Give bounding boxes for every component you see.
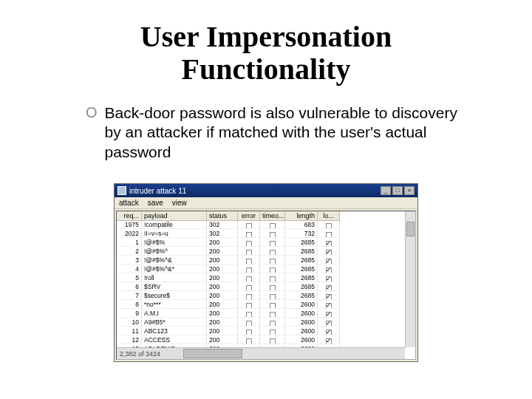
checkbox-icon (246, 312, 252, 318)
col-status[interactable]: status (207, 211, 238, 221)
cell-payload: ACCESS (142, 336, 207, 344)
menu-attack[interactable]: attack (119, 199, 139, 207)
cell-payload: !I=v=s=u (142, 230, 207, 238)
cell-error (238, 239, 260, 247)
cell-error (238, 230, 260, 238)
cell-login (318, 230, 340, 238)
cell-status: 200 (207, 292, 238, 300)
menu-view[interactable]: view (172, 199, 187, 207)
cell-status: 200 (207, 327, 238, 335)
col-length[interactable]: length (285, 211, 318, 221)
cell-error (238, 265, 260, 273)
cell-request: 1 (117, 239, 142, 247)
window-controls: _ □ × (381, 186, 415, 195)
checkbox-icon (246, 285, 252, 291)
col-error[interactable]: error (238, 211, 260, 221)
checkbox-icon (270, 330, 276, 335)
table-row[interactable]: 5!roll2002685 (117, 274, 415, 283)
cell-length: 2600 (285, 301, 318, 309)
close-button[interactable]: × (404, 186, 415, 195)
cell-payload: ABC123 (142, 327, 207, 335)
cell-status: 200 (207, 301, 238, 309)
status-bar: 2,382 of 3424 (117, 347, 405, 359)
cell-error (238, 221, 260, 229)
cell-request: 2 (117, 248, 142, 256)
checkbox-icon (326, 250, 332, 256)
checkbox-icon (270, 321, 276, 327)
minimize-button[interactable]: _ (381, 186, 391, 195)
cell-payload: $SRV (142, 283, 207, 291)
cell-timeout (260, 274, 285, 282)
cell-timeout (260, 248, 285, 256)
cell-login (318, 318, 340, 327)
cell-request: 9 (117, 310, 142, 318)
col-login[interactable]: lo... (318, 211, 340, 221)
slide: User Impersonation Functionality O Back-… (0, 0, 532, 399)
table-row[interactable]: 2!@#$%^2002685 (117, 248, 415, 256)
cell-login (318, 221, 340, 229)
cell-timeout (260, 256, 285, 265)
checkbox-icon (270, 294, 276, 300)
table-row[interactable]: 12ACCESS2002600 (117, 336, 415, 345)
checkbox-icon (270, 223, 276, 229)
cell-length: 2685 (285, 274, 318, 282)
cell-payload: !@#$% (142, 239, 207, 247)
cell-login (318, 265, 340, 273)
cell-error (238, 248, 260, 256)
checkbox-icon (326, 241, 332, 247)
cell-length: 2600 (285, 310, 318, 318)
cell-timeout (260, 265, 285, 273)
vertical-scroll-thumb[interactable] (406, 222, 415, 236)
table-row[interactable]: 4!@#$%^&*2002685 (117, 265, 415, 274)
checkbox-icon (246, 330, 252, 335)
vertical-scrollbar[interactable] (405, 211, 415, 347)
checkbox-icon (326, 223, 332, 229)
menu-save[interactable]: save (148, 199, 163, 207)
cell-request: 6 (117, 283, 142, 291)
cell-login (318, 256, 340, 265)
status-count: 2,382 of 3424 (120, 350, 160, 358)
checkbox-icon (246, 223, 252, 229)
checkbox-icon (246, 232, 252, 238)
cell-login (318, 336, 340, 344)
cell-login (318, 274, 340, 282)
cell-error (238, 283, 260, 291)
horizontal-scroll-thumb[interactable] (183, 349, 242, 358)
col-payload[interactable]: payload (142, 211, 207, 221)
cell-status: 200 (207, 256, 238, 265)
checkbox-icon (326, 232, 332, 238)
cell-status: 200 (207, 310, 238, 318)
table-row[interactable]: 8*no***2002600 (117, 301, 415, 310)
col-request[interactable]: req... (117, 211, 142, 221)
cell-length: 2685 (285, 256, 318, 265)
maximize-button[interactable]: □ (392, 186, 403, 195)
checkbox-icon (246, 338, 252, 344)
cell-timeout (260, 283, 285, 291)
checkbox-icon (246, 303, 252, 309)
table-row[interactable]: 7$secure$2002685 (117, 292, 415, 301)
cell-request: 3 (117, 256, 142, 265)
checkbox-icon (246, 321, 252, 327)
table-row[interactable]: 1975!compatile302683 (117, 221, 415, 230)
checkbox-icon (326, 294, 332, 300)
table-row[interactable]: 3!@#$%^&2002685 (117, 256, 415, 265)
table-row[interactable]: 10A9#B5*2002600 (117, 318, 415, 327)
checkbox-icon (246, 259, 252, 265)
cell-error (238, 318, 260, 327)
cell-payload: *no*** (142, 301, 207, 309)
table-row[interactable]: 1!@#$%2002685 (117, 239, 415, 248)
bullet-marker: O (86, 103, 98, 122)
cell-status: 200 (207, 336, 238, 344)
table-row[interactable]: 9A.M.I2002600 (117, 310, 415, 318)
table-row[interactable]: 11ABC1232002600 (117, 327, 415, 336)
col-timeout[interactable]: timeo... (260, 211, 285, 221)
checkbox-icon (270, 250, 276, 256)
table-row[interactable]: 6$SRV2002685 (117, 283, 415, 292)
cell-length: 2600 (285, 336, 318, 344)
cell-payload: $secure$ (142, 292, 207, 300)
results-table: req... payload status error timeo... len… (116, 211, 416, 360)
cell-payload: !roll (142, 274, 207, 282)
table-row[interactable]: 2022!I=v=s=u302732 (117, 230, 415, 239)
window-titlebar: intruder attack 11 _ □ × (115, 184, 417, 197)
cell-length: 683 (285, 221, 318, 229)
